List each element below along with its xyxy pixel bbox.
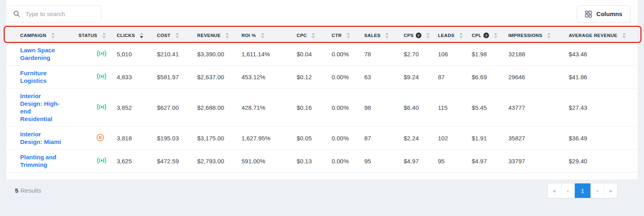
sort-icon[interactable] <box>547 33 551 39</box>
cell-impressions: 32188 <box>508 43 569 66</box>
pagination-prev-button[interactable]: ‹ <box>561 183 574 198</box>
cell-campaign: Interior Design: High-end Residential <box>6 88 78 127</box>
cell-cpl: $4.97 <box>472 150 508 173</box>
cell-cpl: $6.69 <box>472 66 508 88</box>
column-label: AVERAGE REVENUE <box>569 33 617 38</box>
sort-icon[interactable] <box>494 33 497 39</box>
cell-cpl: $5.45 <box>472 88 508 127</box>
column-label: IMPRESSIONS <box>508 33 542 38</box>
campaigns-table-card: Columns CAMPAIGN STATUS CLICKS COST REVE… <box>6 0 638 179</box>
cell-clicks: 3,818 <box>117 127 157 150</box>
sort-icon[interactable] <box>261 33 264 39</box>
pagination-next-button[interactable]: › <box>590 183 604 198</box>
cell-cpc: $0.12 <box>297 66 332 88</box>
campaign-link[interactable]: Interior Design: Miami <box>20 130 64 146</box>
column-label: SALES <box>364 33 380 38</box>
cell-cpc: $0.04 <box>297 43 332 66</box>
sort-icon[interactable] <box>175 33 179 39</box>
column-label: CLICKS <box>117 33 135 38</box>
campaign-link[interactable]: Interior Design: High-end Residential <box>20 92 64 123</box>
column-label: COST <box>157 33 171 38</box>
column-header-cps[interactable]: CPS? <box>404 28 438 43</box>
status-active-icon[interactable] <box>96 73 107 80</box>
sort-icon[interactable] <box>225 33 229 39</box>
help-icon[interactable]: ? <box>483 33 489 38</box>
cell-ctr: 0.00% <box>332 66 364 88</box>
status-active-icon[interactable] <box>96 103 107 111</box>
cell-clicks: 3,852 <box>117 88 157 127</box>
campaign-link[interactable]: Furniture Logistics <box>20 69 64 84</box>
sort-icon[interactable] <box>102 33 106 39</box>
column-label: CPL <box>472 33 481 38</box>
columns-button-label: Columns <box>597 10 622 17</box>
column-label: STATUS <box>78 33 97 38</box>
column-header-impressions[interactable]: IMPRESSIONS <box>508 28 569 43</box>
cell-roi: 428.71% <box>242 88 297 127</box>
cell-revenue: $3,390.00 <box>197 43 242 66</box>
column-header-cpc[interactable]: CPC <box>297 28 332 43</box>
search-input[interactable] <box>25 10 96 18</box>
sort-icon[interactable] <box>140 33 143 39</box>
column-label: ROI % <box>242 33 256 38</box>
results-count-number: 5 <box>15 187 19 194</box>
column-header-roi[interactable]: ROI % <box>242 28 297 43</box>
status-paused-icon[interactable] <box>96 134 104 142</box>
sort-icon[interactable] <box>312 33 315 39</box>
column-header-leads[interactable]: LEADS <box>438 28 472 43</box>
column-header-campaign[interactable]: CAMPAIGN <box>6 28 78 43</box>
cell-avg-revenue: $29.40 <box>569 150 638 173</box>
cell-cps: $6.40 <box>404 88 438 127</box>
cell-avg-revenue: $43.46 <box>569 43 638 66</box>
sort-icon[interactable] <box>385 33 389 39</box>
sort-icon[interactable] <box>459 33 463 39</box>
cell-sales: 95 <box>364 150 404 173</box>
column-header-sales[interactable]: SALES <box>364 28 404 43</box>
cell-cpc: $0.16 <box>297 88 332 127</box>
cell-impressions: 33797 <box>508 150 569 173</box>
cell-impressions: 29646 <box>508 66 569 88</box>
cell-leads: 115 <box>438 88 472 127</box>
sort-icon[interactable] <box>426 33 430 39</box>
sort-icon[interactable] <box>622 33 626 39</box>
cell-roi: 1,627.95% <box>242 127 297 150</box>
column-label: CTR <box>332 33 342 38</box>
sort-icon[interactable] <box>51 33 55 39</box>
column-header-revenue[interactable]: REVENUE <box>197 28 242 43</box>
cell-revenue: $3,175.00 <box>197 127 242 150</box>
column-header-cost[interactable]: COST <box>157 28 197 43</box>
sort-icon[interactable] <box>347 33 350 39</box>
status-active-icon[interactable] <box>96 157 107 164</box>
cell-ctr: 0.00% <box>332 127 364 150</box>
pagination-first-button[interactable]: « <box>548 183 561 198</box>
help-icon[interactable]: ? <box>416 33 421 38</box>
cell-cost: $472.59 <box>157 150 197 173</box>
cell-impressions: 35827 <box>508 127 569 150</box>
pagination: « ‹ 1 › » <box>547 183 617 198</box>
cell-cps: $9.24 <box>404 66 438 88</box>
cell-status <box>78 127 117 150</box>
cell-cost: $210.41 <box>157 43 197 66</box>
columns-button[interactable]: Columns <box>577 5 630 23</box>
campaign-link[interactable]: Planting and Trimming <box>20 153 64 169</box>
search-box[interactable] <box>8 5 101 23</box>
column-header-average-revenue[interactable]: AVERAGE REVENUE <box>569 28 638 43</box>
cell-cps: $4.97 <box>404 150 438 173</box>
cell-cpc: $0.05 <box>297 127 332 150</box>
campaign-link[interactable]: Lawn Space Gardening <box>20 46 64 62</box>
pagination-page-1-button[interactable]: 1 <box>574 183 590 198</box>
cell-cps: $2.70 <box>404 43 438 66</box>
column-header-ctr[interactable]: CTR <box>332 28 364 43</box>
pagination-last-button[interactable]: » <box>604 183 617 198</box>
column-header-status[interactable]: STATUS <box>78 28 117 43</box>
column-header-clicks[interactable]: CLICKS <box>117 28 157 43</box>
column-label: CPS <box>404 33 414 38</box>
status-active-icon[interactable] <box>96 50 107 57</box>
cell-leads: 87 <box>438 66 472 88</box>
cell-revenue: $2,637.00 <box>197 66 242 88</box>
cell-campaign: Furniture Logistics <box>6 66 78 88</box>
column-header-cpl[interactable]: CPL? <box>472 28 508 43</box>
cell-impressions: 43777 <box>508 88 569 127</box>
table-row: Planting and Trimming 3,625$472.59$2,793… <box>6 150 638 173</box>
cell-sales: 78 <box>364 43 404 66</box>
cell-avg-revenue: $36.49 <box>569 127 638 150</box>
